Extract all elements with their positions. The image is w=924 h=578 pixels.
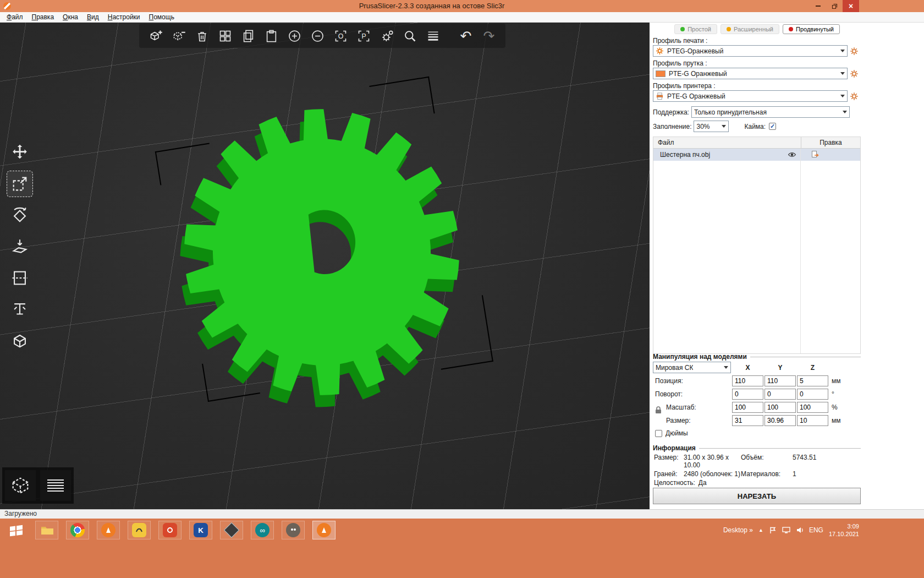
yellow-app-icon[interactable] <box>128 521 151 539</box>
redo-icon[interactable]: ↷ <box>478 25 500 47</box>
size-z-input[interactable] <box>797 415 828 426</box>
prusaslicer-active-icon[interactable] <box>312 521 336 539</box>
prusaslicer-app-icon <box>3 2 11 10</box>
support-select[interactable]: Только принудительная <box>691 106 850 118</box>
mode-advanced-button[interactable]: Продвинутый <box>783 24 840 34</box>
delete-all-icon[interactable] <box>191 25 213 47</box>
scale-z-input[interactable] <box>797 402 828 413</box>
start-button[interactable] <box>4 521 28 539</box>
viewport-3d[interactable]: O P ↶ ↷ <box>0 23 650 509</box>
coordinate-system-select[interactable]: Мировая СК <box>653 362 731 373</box>
taskbar-clock[interactable]: 3:09 17.10.2021 <box>829 522 859 538</box>
view-layers-icon[interactable] <box>40 470 71 501</box>
kicad-icon[interactable]: K <box>189 521 212 539</box>
clock-time: 3:09 <box>829 522 859 530</box>
restore-button[interactable] <box>826 0 843 12</box>
slice-button[interactable]: НАРЕЗАТЬ <box>653 488 861 504</box>
menu-settings[interactable]: Настройки <box>103 13 145 21</box>
action-center-flag-icon[interactable] <box>769 526 777 534</box>
split-to-objects-icon[interactable]: O <box>329 25 351 47</box>
edit-printer-profile-icon[interactable] <box>850 92 859 101</box>
place-on-face-tool-icon[interactable] <box>7 233 33 260</box>
rotation-x-input[interactable] <box>732 389 763 400</box>
scale-label: Масштаб: <box>653 403 731 411</box>
edit-object-icon[interactable] <box>801 150 860 159</box>
edit-print-profile-icon[interactable] <box>850 47 859 56</box>
object-row[interactable]: Шестерна пч.obj <box>653 149 860 161</box>
uniform-scale-lock-icon[interactable] <box>654 406 663 416</box>
scale-tool-icon[interactable] <box>7 171 33 197</box>
add-object-icon[interactable] <box>145 25 167 47</box>
printer-icon <box>656 92 664 100</box>
chrome-icon[interactable] <box>66 521 89 539</box>
visibility-eye-icon[interactable] <box>788 150 796 159</box>
add-instance-icon[interactable] <box>283 25 305 47</box>
language-indicator[interactable]: ENG <box>809 526 823 534</box>
size-y-input[interactable] <box>765 415 796 426</box>
screen: PrusaSlicer-2.3.3 созданная на остове Sl… <box>0 0 924 578</box>
variable-layer-height-icon[interactable] <box>422 25 444 47</box>
infill-select[interactable]: 30% <box>694 121 729 132</box>
manipulation-section: Манипуляция над моделями Мировая СК X Y … <box>653 353 861 437</box>
view-3d-icon[interactable] <box>5 470 36 501</box>
prusaslicer-taskbar-icon[interactable] <box>97 521 120 539</box>
tray-expand-icon[interactable]: ▲ <box>758 527 763 533</box>
filament-profile-value: PTE-G Оранжевый <box>669 70 727 78</box>
menu-help[interactable]: Помощь <box>145 13 179 21</box>
menu-edit[interactable]: Правка <box>28 13 59 21</box>
move-tool-icon[interactable] <box>7 139 33 166</box>
paste-icon[interactable] <box>260 25 282 47</box>
minimize-button[interactable] <box>810 0 826 12</box>
chevron-down-icon <box>838 72 847 75</box>
scale-x-input[interactable] <box>732 402 763 413</box>
rotation-z-input[interactable] <box>797 389 828 400</box>
position-x-input[interactable] <box>732 375 763 386</box>
undo-icon[interactable]: ↶ <box>455 25 477 47</box>
position-y-input[interactable] <box>765 375 796 386</box>
mode-switcher: Простой Расширенный Продвинутый <box>653 24 840 34</box>
file-explorer-icon[interactable] <box>35 521 58 539</box>
mode-expert-button[interactable]: Расширенный <box>721 24 779 34</box>
brim-checkbox[interactable]: ✓ <box>769 123 776 130</box>
menu-windows[interactable]: Окна <box>58 13 82 21</box>
printer-profile-select[interactable]: PTE-G Оранжевый <box>653 90 848 102</box>
cut-tool-icon[interactable] <box>7 265 33 291</box>
position-z-input[interactable] <box>797 375 828 386</box>
arrange-icon[interactable] <box>214 25 236 47</box>
rotation-y-input[interactable] <box>765 389 796 400</box>
svg-text:P: P <box>361 32 366 40</box>
split-to-parts-icon[interactable]: P <box>353 25 375 47</box>
settings-icon[interactable] <box>376 25 398 47</box>
close-button[interactable]: × <box>843 0 859 12</box>
filament-profile-select[interactable]: PTE-G Оранжевый <box>653 68 848 79</box>
print-profile-select[interactable]: PTEG-Оранжевый <box>653 45 848 57</box>
edit-filament-profile-icon[interactable] <box>850 69 859 78</box>
menu-file[interactable]: Файл <box>2 13 28 21</box>
copy-icon[interactable] <box>237 25 259 47</box>
search-icon[interactable] <box>399 25 421 47</box>
remove-object-icon[interactable] <box>168 25 190 47</box>
gear-model[interactable] <box>0 23 650 509</box>
red-app-icon[interactable] <box>158 521 182 539</box>
desktop-toolbar[interactable]: Desktop » <box>723 526 753 534</box>
mode-simple-button[interactable]: Простой <box>674 24 717 34</box>
rotate-tool-icon[interactable] <box>7 202 33 228</box>
chevron-down-icon <box>838 95 847 97</box>
printer-profile-value: PTE-G Оранжевый <box>667 92 725 100</box>
size-x-input[interactable] <box>732 415 763 426</box>
scale-y-input[interactable] <box>765 402 796 413</box>
info-materials-value: 1 <box>793 470 861 478</box>
seam-tool-icon[interactable] <box>7 328 33 354</box>
info-size-value: 31.00 x 30.96 x 10.00 <box>684 454 741 469</box>
volume-icon[interactable] <box>796 526 804 534</box>
network-icon[interactable] <box>782 526 790 534</box>
remove-instance-icon[interactable] <box>306 25 328 47</box>
print-profile-label: Профиль печати : <box>653 37 861 45</box>
position-unit: мм <box>829 377 845 385</box>
gimp-icon[interactable] <box>282 521 305 539</box>
arduino-icon[interactable]: ∞ <box>251 521 274 539</box>
menu-view[interactable]: Вид <box>82 13 103 21</box>
inches-checkbox[interactable] <box>655 430 662 437</box>
paint-supports-tool-icon[interactable] <box>7 296 33 323</box>
inkscape-icon[interactable] <box>220 521 243 539</box>
